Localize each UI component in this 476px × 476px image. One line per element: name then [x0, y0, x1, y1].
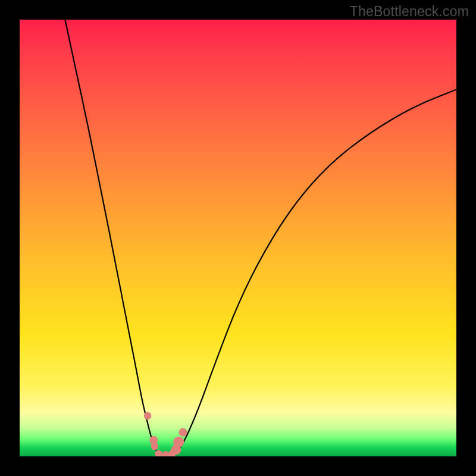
curve-svg	[20, 20, 456, 456]
bottleneck-curve	[65, 20, 456, 455]
data-point-p3	[151, 443, 159, 450]
data-point-p9	[179, 428, 187, 437]
data-point-p5	[162, 451, 170, 456]
chart-frame: TheBottleneck.com	[0, 0, 476, 476]
data-point-p1	[144, 412, 152, 419]
watermark-text: TheBottleneck.com	[350, 4, 469, 20]
chart-plot-area	[20, 20, 456, 456]
data-point-p8	[173, 437, 184, 447]
